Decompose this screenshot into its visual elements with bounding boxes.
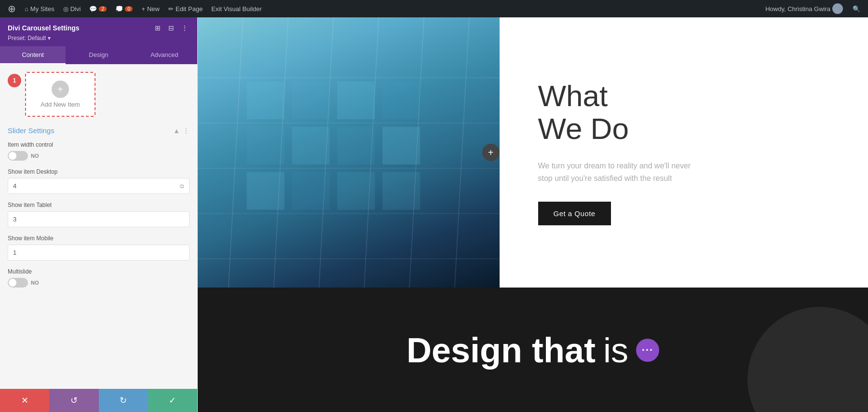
user-avatar — [832, 3, 843, 14]
get-quote-button[interactable]: Get a Quote — [538, 202, 611, 225]
exit-builder-label: Exit Visual Builder — [211, 5, 262, 13]
new-label: New — [147, 5, 160, 13]
svg-rect-21 — [337, 127, 375, 165]
show-item-tablet-value: 3 — [13, 216, 16, 223]
hero-image: + — [198, 17, 500, 288]
cancel-button[interactable]: ✕ — [0, 389, 49, 412]
multislide-toggle-knob — [9, 279, 16, 287]
toggle-knob — [9, 152, 16, 160]
comments-icon: 💬 — [89, 5, 97, 13]
add-new-item-box[interactable]: + Add New Item — [25, 72, 95, 117]
show-item-desktop-label: Show item Desktop — [8, 168, 190, 175]
tab-advanced[interactable]: Advanced — [132, 46, 197, 64]
screen-options-icon[interactable]: ⊞ — [153, 23, 163, 33]
section-more-icon[interactable]: ⋮ — [183, 127, 190, 135]
show-item-desktop-group: Show item Desktop 4 ⧉ — [8, 168, 190, 194]
panel-header-icons: ⊞ ⊟ ⋮ — [153, 23, 190, 33]
add-element-button[interactable]: + — [482, 144, 500, 161]
svg-line-6 — [447, 17, 469, 288]
wp-logo-link[interactable]: ⊕ — [4, 0, 20, 17]
copy-icon: ⧉ — [180, 183, 184, 190]
collapse-icon[interactable]: ▲ — [173, 127, 180, 135]
show-item-mobile-value: 1 — [13, 249, 16, 256]
design-that-text: Design that — [407, 330, 596, 370]
show-item-mobile-label: Show item Mobile — [8, 235, 190, 242]
svg-rect-25 — [337, 172, 375, 210]
show-item-tablet-label: Show item Tablet — [8, 202, 190, 208]
hero-title: WhatWe Do — [538, 80, 830, 145]
show-item-tablet-group: Show item Tablet 3 — [8, 202, 190, 227]
multislide-toggle-label: NO — [31, 280, 39, 286]
plus-icon: + — [141, 5, 145, 13]
is-text: is — [603, 330, 628, 370]
panel-preset[interactable]: Preset: Default ▾ — [8, 35, 190, 41]
dark-bg-circle — [747, 307, 868, 412]
panel-title-row: Divi Carousel Settings ⊞ ⊟ ⋮ — [8, 23, 190, 33]
my-sites-link[interactable]: ⌂ My Sites — [21, 0, 58, 17]
undo-icon: ↺ — [70, 395, 78, 406]
item-width-control-group: Item width control NO — [8, 141, 190, 161]
admin-bar-right: Howdy, Christina Gwira 🔍 — [761, 0, 864, 17]
divi-logo-icon: ◎ — [63, 5, 68, 13]
columns-icon[interactable]: ⊟ — [166, 23, 176, 33]
show-item-tablet-input[interactable]: 3 — [8, 211, 190, 227]
search-button[interactable]: 🔍 — [849, 0, 864, 17]
panel-content: 1 + Add New Item Slider Settings ▲ ⋮ Ite… — [0, 64, 197, 389]
tab-design[interactable]: Design — [66, 46, 131, 64]
exit-builder-link[interactable]: Exit Visual Builder — [207, 0, 266, 17]
dark-section: Design that is ··· — [198, 288, 868, 412]
user-label: Howdy, Christina Gwira — [765, 5, 830, 13]
svg-rect-22 — [382, 127, 420, 165]
hero-title-text: WhatWe Do — [538, 79, 629, 145]
save-button[interactable]: ✓ — [148, 389, 197, 412]
item-count-badge: 1 — [8, 74, 21, 87]
new-link[interactable]: + New — [137, 0, 163, 17]
settings-panel: Divi Carousel Settings ⊞ ⊟ ⋮ Preset: Def… — [0, 17, 198, 412]
panel-title: Divi Carousel Settings — [8, 24, 80, 32]
svg-rect-17 — [337, 82, 375, 119]
building-lines-svg — [198, 17, 500, 288]
multislide-group: Multislide NO — [8, 268, 190, 288]
search-icon: 🔍 — [853, 5, 860, 13]
undo-button[interactable]: ↺ — [49, 389, 98, 412]
item-width-toggle-row: NO — [8, 151, 190, 161]
redo-button[interactable]: ↻ — [99, 389, 148, 412]
svg-rect-24 — [292, 172, 329, 210]
svg-rect-19 — [247, 127, 285, 165]
edit-page-label: Edit Page — [176, 5, 203, 13]
preset-chevron-icon: ▾ — [48, 35, 51, 41]
multislide-toggle[interactable] — [8, 278, 28, 288]
bubble-count: 0 — [125, 6, 133, 12]
panel-header: Divi Carousel Settings ⊞ ⊟ ⋮ Preset: Def… — [0, 17, 197, 46]
svg-rect-16 — [292, 82, 329, 119]
show-item-desktop-value: 4 — [13, 182, 16, 190]
edit-page-link[interactable]: ✏ Edit Page — [164, 0, 206, 17]
multislide-toggle-row: NO — [8, 278, 190, 288]
show-item-mobile-input[interactable]: 1 — [8, 245, 190, 261]
wordpress-icon: ⊕ — [8, 3, 16, 14]
hero-section: + WhatWe Do We turn your dream to realit… — [198, 17, 868, 288]
tab-content[interactable]: Content — [0, 46, 66, 64]
svg-line-1 — [220, 17, 243, 288]
section-heading-icons: ▲ ⋮ — [173, 127, 190, 135]
item-width-toggle[interactable] — [8, 151, 28, 161]
hero-content: WhatWe Do We turn your dream to reality … — [500, 17, 868, 288]
add-new-item-icon: + — [52, 81, 69, 98]
svg-rect-18 — [382, 82, 420, 119]
panel-tabs: Content Design Advanced — [0, 46, 197, 64]
show-item-desktop-input[interactable]: 4 ⧉ — [8, 178, 190, 194]
more-options-icon[interactable]: ⋮ — [180, 23, 190, 33]
svg-rect-23 — [247, 172, 285, 210]
divi-link[interactable]: ◎ Divi — [59, 0, 85, 17]
add-new-item-label: Add New Item — [41, 101, 80, 108]
cancel-icon: ✕ — [21, 395, 28, 406]
bubble-link[interactable]: 💭 0 — [111, 0, 136, 17]
admin-bar: ⊕ ⌂ My Sites ◎ Divi 💬 2 💭 0 + New ✏ Edit… — [0, 0, 868, 17]
item-width-label: Item width control — [8, 141, 190, 148]
dots-icon: ··· — [642, 344, 653, 357]
main-layout: Divi Carousel Settings ⊞ ⊟ ⋮ Preset: Def… — [0, 17, 868, 412]
bottom-toolbar: ✕ ↺ ↻ ✓ — [0, 389, 197, 412]
user-greeting[interactable]: Howdy, Christina Gwira — [761, 0, 847, 17]
comments-link[interactable]: 💬 2 — [85, 0, 110, 17]
bubble-icon: 💭 — [115, 5, 123, 13]
